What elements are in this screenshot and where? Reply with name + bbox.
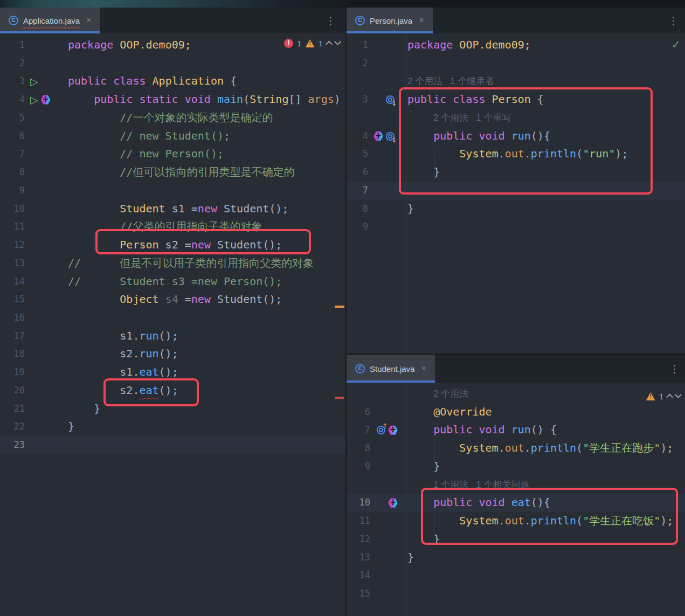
- plugin-hexagon-icon[interactable]: [388, 498, 398, 508]
- inspections-widget[interactable]: !1!1: [284, 39, 340, 48]
- code-vision-hint[interactable]: 2 个用法 1 个重写: [407, 109, 685, 127]
- line-number[interactable]: 1: [347, 36, 368, 54]
- code-text[interactable]: Student s1 =new Student();: [68, 200, 345, 218]
- code-text[interactable]: //但可以指向的引用类型是不确定的: [68, 163, 345, 182]
- code-line[interactable]: 3public class Person {: [347, 91, 685, 109]
- line-number[interactable]: 9: [347, 458, 370, 476]
- line-number[interactable]: 11: [347, 512, 370, 530]
- code-vision-hint[interactable]: 2 个用法 1 个继承者: [407, 72, 685, 91]
- overridden-marker-icon[interactable]: [386, 132, 395, 141]
- line-number[interactable]: 10: [0, 200, 25, 218]
- line-number[interactable]: 8: [347, 439, 370, 458]
- code-vision-hint-row[interactable]: 1 个用法 1 个相关问题: [347, 476, 685, 494]
- code-text[interactable]: // 但是不可以用子类的引用指向父类的对象: [68, 254, 345, 273]
- code-line[interactable]: 21 }: [0, 400, 345, 418]
- code-text[interactable]: [68, 309, 345, 327]
- overridden-marker-icon[interactable]: [386, 95, 395, 104]
- code-line[interactable]: 11 System.out.println("学生正在吃饭");: [347, 512, 685, 530]
- code-line[interactable]: 7: [347, 182, 685, 200]
- code-line[interactable]: 19 s1.eat();: [0, 363, 345, 382]
- code-line[interactable]: 14: [347, 566, 685, 585]
- code-text[interactable]: s1.run();: [68, 327, 345, 345]
- line-number[interactable]: 3: [347, 91, 368, 109]
- code-text[interactable]: }: [407, 200, 685, 218]
- line-number[interactable]: 19: [0, 363, 25, 382]
- code-line[interactable]: 12 Person s2 =new Student();: [0, 236, 345, 254]
- code-line[interactable]: 17 s1.run();: [0, 327, 345, 345]
- code-text[interactable]: [68, 182, 345, 200]
- inspections-widget[interactable]: ✓: [671, 39, 681, 51]
- line-number[interactable]: 18: [0, 345, 25, 363]
- line-number[interactable]: 5: [0, 109, 25, 127]
- line-number[interactable]: 14: [0, 273, 25, 291]
- code-line[interactable]: 4▷ public static void main(String[] args…: [0, 91, 345, 109]
- tab-options-kebab-icon[interactable]: ⋮: [326, 15, 336, 26]
- code-line[interactable]: 1package OOP.demo09;: [347, 36, 685, 54]
- code-text[interactable]: public static void main(String[] args): [68, 91, 345, 109]
- code-text[interactable]: System.out.println("学生正在吃饭");: [407, 512, 685, 530]
- code-line[interactable]: 8 //但可以指向的引用类型是不确定的: [0, 163, 345, 182]
- run-icon[interactable]: ▷: [30, 77, 38, 86]
- tab-close-icon[interactable]: ×: [421, 364, 426, 373]
- line-number[interactable]: 20: [0, 382, 25, 400]
- code-vision-hint[interactable]: 2 个用法: [407, 385, 685, 403]
- code-text[interactable]: //一个对象的实际类型是确定的: [68, 109, 345, 127]
- line-number[interactable]: 8: [347, 200, 368, 218]
- code-text[interactable]: s1.eat();: [68, 363, 345, 382]
- code-text[interactable]: package OOP.demo09;: [407, 36, 685, 54]
- line-number[interactable]: 2: [0, 54, 25, 73]
- line-number[interactable]: 11: [0, 218, 25, 236]
- code-text[interactable]: Object s4 =new Student();: [68, 290, 345, 309]
- code-line[interactable]: 6 @Override: [347, 403, 685, 421]
- code-text[interactable]: // Student s3 =new Person();: [68, 273, 345, 291]
- code-line[interactable]: 22}: [0, 418, 345, 436]
- line-number[interactable]: 15: [0, 290, 25, 309]
- code-line[interactable]: 15 Object s4 =new Student();: [0, 290, 345, 309]
- editor-person[interactable]: 1package OOP.demo09;22 个用法 1 个继承者3public…: [347, 33, 685, 354]
- code-line[interactable]: 5 //一个对象的实际类型是确定的: [0, 109, 345, 127]
- code-line[interactable]: 9: [0, 182, 345, 200]
- scrollbar-error-stripe-mark[interactable]: [335, 306, 344, 308]
- code-line[interactable]: 9: [347, 218, 685, 236]
- line-number[interactable]: 17: [0, 327, 25, 345]
- line-number[interactable]: 14: [347, 566, 370, 585]
- line-number[interactable]: 13: [0, 254, 25, 273]
- code-text[interactable]: s2.run();: [68, 345, 345, 363]
- line-number[interactable]: 10: [347, 494, 370, 512]
- code-line[interactable]: 6 // new Student();: [0, 127, 345, 146]
- code-text[interactable]: [68, 54, 345, 73]
- code-line[interactable]: 16: [0, 309, 345, 327]
- line-number[interactable]: 5: [347, 145, 368, 163]
- line-number[interactable]: 23: [0, 436, 25, 454]
- code-line[interactable]: 15: [347, 585, 685, 603]
- line-number[interactable]: 13: [347, 549, 370, 567]
- line-number[interactable]: 4: [347, 127, 368, 146]
- run-icon[interactable]: ▷: [30, 95, 38, 105]
- line-number[interactable]: 8: [0, 163, 25, 182]
- code-text[interactable]: public void eat(){: [407, 494, 685, 512]
- prev-problem-icon[interactable]: [666, 394, 673, 401]
- code-text[interactable]: s2.eat();: [68, 382, 345, 400]
- code-text[interactable]: [407, 566, 685, 585]
- line-number[interactable]: 21: [0, 400, 25, 418]
- code-text[interactable]: @Override: [407, 403, 685, 421]
- prev-problem-icon[interactable]: [326, 41, 333, 48]
- code-text[interactable]: [407, 218, 685, 236]
- code-line[interactable]: 6 }: [347, 163, 685, 182]
- code-text[interactable]: [407, 585, 685, 603]
- code-text[interactable]: }: [68, 418, 345, 436]
- line-number[interactable]: 4: [0, 91, 25, 109]
- code-line[interactable]: 20 s2.eat();: [0, 382, 345, 400]
- line-number[interactable]: 6: [0, 127, 25, 146]
- code-line[interactable]: 5 System.out.println("run");: [347, 145, 685, 163]
- code-text[interactable]: Person s2 =new Student();: [68, 236, 345, 254]
- scrollbar-error-stripe-mark[interactable]: [335, 397, 344, 399]
- code-text[interactable]: }: [407, 549, 685, 567]
- code-line[interactable]: 2: [347, 54, 685, 73]
- code-text[interactable]: [68, 436, 345, 454]
- code-text[interactable]: [407, 182, 685, 200]
- line-number[interactable]: 22: [0, 418, 25, 436]
- code-line[interactable]: 10 Student s1 =new Student();: [0, 200, 345, 218]
- plugin-hexagon-icon[interactable]: [41, 95, 51, 105]
- inspections-widget[interactable]: !1: [646, 392, 681, 401]
